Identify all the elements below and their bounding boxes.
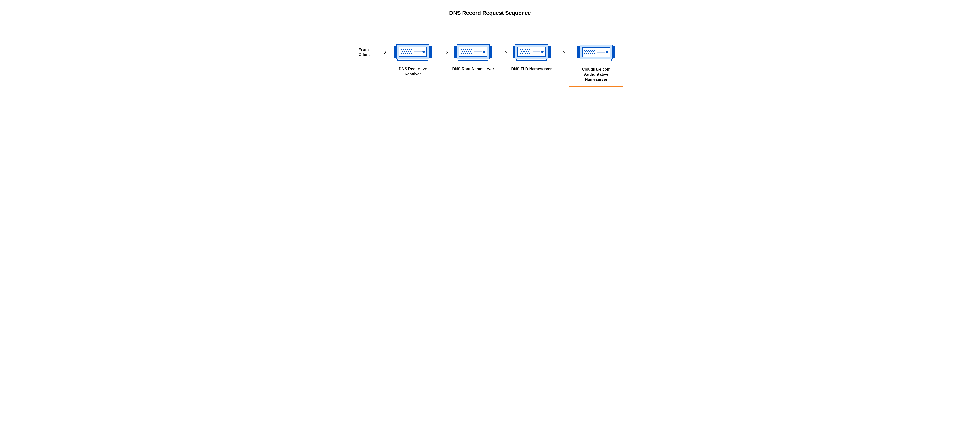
svg-rect-66 [528,51,530,52]
svg-rect-9 [407,49,408,50]
svg-rect-10 [409,49,410,50]
svg-rect-67 [520,53,520,54]
svg-rect-42 [461,53,462,54]
svg-rect-6 [401,49,402,50]
node-authoritative-nameserver-highlight: Cloudflare.com Authoritative Nameserver [569,34,624,87]
svg-point-24 [422,51,425,53]
svg-rect-65 [527,51,527,52]
svg-rect-70 [525,53,527,54]
svg-rect-96 [592,53,593,54]
svg-point-74 [541,51,544,53]
svg-rect-18 [403,53,404,54]
svg-rect-88 [587,51,588,53]
svg-rect-68 [522,53,523,54]
svg-rect-15 [408,51,409,52]
node-tld-nameserver: DNS TLD Nameserver [511,39,552,72]
diagram-canvas: DNS Record Request Sequence From Client [342,0,638,118]
arrow-2 [497,50,508,54]
svg-rect-63 [523,51,523,52]
node-root-nameserver: DNS Root Nameserver [452,39,494,72]
svg-rect-77 [577,46,580,58]
svg-rect-85 [592,50,593,51]
svg-rect-3 [429,46,432,57]
svg-rect-69 [523,53,525,54]
svg-rect-45 [467,53,468,54]
svg-rect-97 [594,53,595,54]
svg-rect-7 [403,49,404,50]
svg-rect-84 [590,50,591,51]
svg-rect-33 [465,49,466,50]
svg-rect-91 [593,51,594,53]
svg-rect-31 [461,49,462,50]
svg-rect-90 [591,51,592,53]
svg-rect-53 [548,46,550,57]
svg-rect-92 [584,53,585,54]
svg-rect-94 [588,53,589,54]
node-label: DNS Recursive Resolver [390,66,435,76]
svg-rect-34 [467,49,468,50]
arrow-3 [555,50,566,54]
node-label: Cloudflare.com Authoritative Nameserver [574,67,619,82]
svg-rect-44 [465,53,466,54]
svg-rect-57 [522,49,523,50]
svg-point-99 [606,51,608,53]
svg-rect-19 [405,53,406,54]
svg-rect-56 [520,49,520,50]
server-icon [392,39,433,63]
svg-rect-46 [469,53,470,54]
svg-rect-36 [471,49,472,50]
svg-rect-17 [401,53,402,54]
svg-rect-62 [520,51,522,52]
svg-rect-86 [594,50,595,51]
svg-rect-2 [394,46,396,57]
svg-rect-20 [407,53,408,54]
svg-rect-64 [525,51,525,52]
svg-rect-58 [523,49,525,50]
arrow-icon [555,50,566,54]
svg-rect-89 [589,51,590,53]
svg-rect-71 [527,53,528,54]
svg-rect-38 [464,51,465,52]
svg-rect-59 [525,49,527,50]
svg-rect-16 [410,51,410,52]
arrow-0 [376,50,388,54]
svg-rect-72 [530,53,530,54]
svg-rect-8 [405,49,406,50]
svg-rect-41 [470,51,471,52]
server-icon [511,39,552,63]
svg-rect-93 [586,53,587,54]
svg-rect-43 [463,53,464,54]
svg-point-49 [483,51,485,53]
svg-rect-95 [590,53,591,54]
server-icon [453,39,494,63]
svg-rect-78 [612,46,615,58]
svg-rect-83 [588,50,589,51]
diagram-title: DNS Record Request Sequence [342,0,638,16]
node-label: DNS TLD Nameserver [511,66,552,72]
svg-rect-61 [530,49,530,50]
svg-rect-81 [584,50,585,51]
svg-rect-11 [410,49,412,50]
source-client-label: From Client [358,47,376,57]
svg-rect-28 [489,46,492,57]
svg-rect-13 [404,51,405,52]
svg-rect-52 [512,46,515,57]
arrow-1 [438,50,449,54]
svg-rect-21 [409,53,410,54]
arrow-icon [497,50,508,54]
svg-rect-14 [406,51,407,52]
svg-rect-27 [454,46,457,57]
svg-rect-87 [585,51,586,53]
svg-rect-39 [466,51,467,52]
svg-rect-37 [462,51,463,52]
svg-rect-32 [463,49,464,50]
svg-rect-35 [469,49,470,50]
svg-rect-12 [402,51,403,52]
svg-rect-22 [410,53,412,54]
arrow-icon [438,50,449,54]
node-recursive-resolver: DNS Recursive Resolver [390,39,435,76]
server-icon [576,40,617,63]
svg-rect-60 [527,49,528,50]
svg-rect-47 [471,53,472,54]
svg-rect-82 [586,50,587,51]
